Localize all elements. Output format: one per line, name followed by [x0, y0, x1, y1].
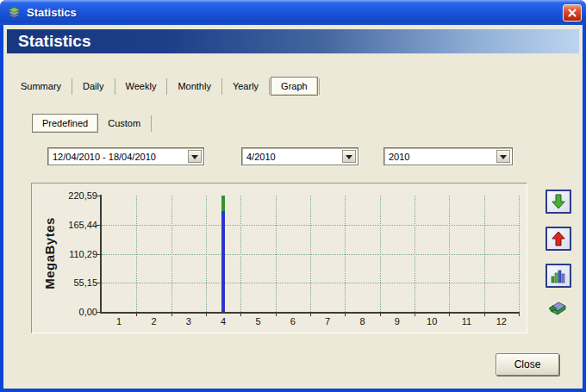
year-select[interactable]: 2010	[383, 147, 513, 165]
chart-panel: MegaBytes 0,0055,15110,29165,44220,59123…	[31, 183, 527, 333]
x-tick-mark	[136, 314, 137, 316]
y-tick-label: 110,29	[35, 249, 97, 259]
grid-line-vertical	[240, 196, 241, 312]
x-tick-label: 9	[384, 316, 410, 327]
tab-separator	[72, 78, 72, 95]
year-value: 2010	[384, 148, 512, 162]
close-window-button[interactable]	[563, 4, 582, 22]
close-icon	[567, 8, 577, 18]
grid-line-vertical	[519, 196, 520, 312]
x-tick-mark	[449, 314, 450, 316]
tab-daily[interactable]: Daily	[73, 78, 113, 95]
week-range-select[interactable]: 12/04/2010 - 18/04/2010	[47, 147, 204, 165]
x-tick-label: 7	[315, 316, 340, 327]
statistics-window: Statistics Statistics Summary Daily Week…	[0, 0, 586, 392]
x-axis-line	[100, 312, 520, 314]
y-tick-label: 0,00	[35, 307, 97, 317]
x-tick-mark	[519, 314, 520, 316]
x-tick-label: 10	[419, 316, 445, 327]
month-dropdown-button[interactable]	[342, 150, 356, 163]
month-value: 4/2010	[242, 148, 358, 162]
layers-icon	[7, 5, 22, 21]
download-arrow-icon	[550, 193, 567, 210]
grid-line-vertical	[415, 196, 415, 312]
year-dropdown-button[interactable]	[496, 150, 510, 163]
y-tick-label: 165,44	[35, 220, 97, 230]
grid-line-vertical	[310, 196, 311, 312]
tab-separator	[319, 78, 320, 95]
x-tick-label: 4	[210, 316, 236, 327]
bar-segment-overlay-blue	[221, 211, 225, 312]
y-axis-line	[100, 195, 102, 314]
subtab-bar: Predefined Custom	[32, 114, 153, 133]
titlebar[interactable]: Statistics	[0, 0, 586, 25]
tab-bar: Summary Daily Weekly Monthly Yearly Grap…	[11, 77, 321, 96]
tab-graph[interactable]: Graph	[271, 77, 318, 96]
x-tick-mark	[484, 314, 485, 316]
chevron-down-icon	[346, 155, 352, 163]
grid-line-vertical	[276, 196, 277, 312]
x-tick-mark	[345, 314, 346, 316]
upload-graph-button[interactable]	[545, 227, 571, 251]
export-chart-icon	[547, 297, 568, 316]
tab-separator	[166, 78, 167, 95]
tab-separator	[151, 115, 152, 132]
grid-line-vertical	[345, 196, 346, 312]
tab-separator	[115, 78, 115, 95]
x-tick-label: 1	[106, 316, 132, 327]
y-tick-label: 220,59	[35, 190, 97, 201]
grid-line-vertical	[484, 196, 485, 312]
x-tick-mark	[171, 314, 172, 316]
x-tick-label: 6	[280, 316, 306, 327]
tab-monthly[interactable]: Monthly	[168, 78, 221, 95]
page-title: Statistics	[18, 32, 90, 50]
dialog-content: Statistics Summary Daily Weekly Monthly …	[3, 25, 583, 389]
x-tick-mark	[415, 314, 415, 316]
tab-separator	[221, 78, 222, 95]
bar-chart: MegaBytes 0,0055,15110,29165,44220,59123…	[32, 184, 527, 333]
y-tick-label: 55,15	[35, 277, 97, 288]
x-tick-mark	[240, 314, 241, 316]
x-tick-mark	[206, 314, 207, 316]
x-tick-label: 8	[350, 316, 376, 327]
combined-chart-icon	[550, 267, 567, 284]
download-graph-button[interactable]	[545, 190, 571, 214]
tab-yearly[interactable]: Yearly	[223, 78, 268, 95]
tab-separator	[269, 78, 270, 95]
x-tick-label: 5	[246, 316, 271, 327]
chevron-down-icon	[191, 155, 198, 163]
window-title: Statistics	[27, 6, 563, 19]
grid-line-vertical	[171, 196, 172, 312]
subtab-custom[interactable]: Custom	[98, 115, 150, 132]
week-range-dropdown-button[interactable]	[188, 150, 202, 163]
export-graph-button[interactable]	[545, 296, 570, 317]
month-select[interactable]: 4/2010	[241, 147, 358, 165]
x-tick-mark	[310, 314, 311, 316]
x-tick-label: 3	[176, 316, 202, 327]
x-tick-mark	[380, 314, 381, 316]
tab-summary[interactable]: Summary	[11, 78, 71, 95]
grid-line-vertical	[206, 196, 207, 312]
x-tick-label: 2	[141, 316, 167, 327]
week-range-value: 12/04/2010 - 18/04/2010	[48, 148, 203, 162]
chevron-down-icon	[500, 155, 507, 163]
grid-line-vertical	[449, 196, 450, 312]
grid-line-vertical	[136, 196, 137, 312]
combined-graph-button[interactable]	[545, 264, 571, 288]
page-header-banner: Statistics	[7, 29, 579, 53]
grid-line-vertical	[380, 196, 381, 312]
x-tick-label: 11	[454, 316, 480, 327]
subtab-predefined[interactable]: Predefined	[32, 114, 98, 133]
x-tick-label: 12	[489, 316, 514, 327]
close-dialog-button[interactable]: Close	[496, 353, 559, 376]
tab-weekly[interactable]: Weekly	[116, 78, 166, 95]
upload-arrow-icon	[550, 230, 567, 247]
x-tick-mark	[276, 314, 277, 316]
